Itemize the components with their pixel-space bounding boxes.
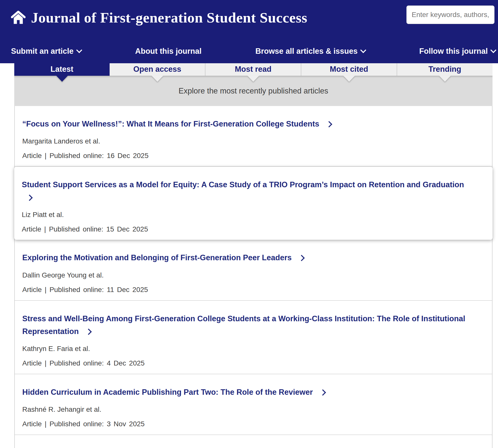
article-authors: Kathryn E. Faria et al. [22, 345, 484, 353]
nav-browse-articles[interactable]: Browse all articles & issues [256, 47, 365, 56]
article-row: Hidden Curriculum in Academic Publishing… [15, 374, 492, 435]
article-row: “Focus on Your Wellness!”: What It Means… [15, 106, 492, 167]
tab-open-access[interactable]: Open access [110, 63, 205, 76]
chevron-down-icon [490, 47, 496, 53]
chevron-down-icon [76, 47, 82, 53]
chevron-down-icon [360, 47, 366, 53]
content-shell: Latest Open access Most read Most cited … [14, 63, 492, 448]
chevron-right-icon [326, 121, 332, 127]
tab-latest[interactable]: Latest [14, 63, 110, 76]
chevron-right-icon [298, 255, 305, 261]
articles-panel: “Focus on Your Wellness!”: What It Means… [14, 106, 492, 448]
site-header: Journal of First-generation Student Succ… [0, 0, 498, 63]
main-nav: Submit an article About this journal Bro… [0, 44, 498, 59]
article-authors: Liz Piatt et al. [22, 211, 485, 219]
home-link[interactable] [11, 11, 26, 24]
chevron-right-icon [26, 195, 33, 201]
nav-follow-journal-label: Follow this journal [419, 47, 488, 56]
article-title: Hidden Curriculum in Academic Publishing… [22, 388, 313, 396]
nav-follow-journal[interactable]: Follow this journal [419, 47, 495, 56]
article-meta: Article | Published online: 3 Nov 2025 [22, 420, 484, 428]
home-icon [11, 11, 26, 24]
article-meta: Article | Published online: 4 Dec 2025 [22, 359, 484, 367]
tab-most-read[interactable]: Most read [205, 63, 301, 76]
nav-submit-article-label: Submit an article [11, 47, 74, 56]
chevron-right-icon [86, 328, 92, 335]
article-title: Student Support Services as a Model for … [22, 180, 464, 189]
article-title: Exploring the Motivation and Belonging o… [22, 253, 292, 262]
journal-title: Journal of First-generation Student Succ… [31, 9, 307, 26]
nav-about-journal[interactable]: About this journal [135, 47, 201, 56]
tab-trending[interactable]: Trending [397, 63, 492, 76]
article-title-link[interactable]: Student Support Services as a Model for … [22, 178, 472, 204]
tab-most-cited[interactable]: Most cited [301, 63, 397, 76]
article-authors: Rashné R. Jehangir et al. [22, 406, 484, 414]
article-title-link[interactable]: Stress and Well-Being Among First-Genera… [22, 312, 473, 338]
article-meta: Article | Published online: 16 Dec 2025 [22, 152, 484, 160]
article-authors: Dallin George Young et al. [22, 271, 484, 279]
article-row-highlighted: Student Support Services as a Model for … [14, 167, 492, 240]
article-title-link[interactable]: Exploring the Motivation and Belonging o… [22, 251, 473, 264]
article-title-link[interactable]: A Scoping Review of First-Generation Und… [22, 446, 473, 448]
search-input[interactable] [406, 6, 494, 24]
article-row: Exploring the Motivation and Belonging o… [15, 240, 492, 300]
article-title: “Focus on Your Wellness!”: What It Means… [22, 120, 319, 128]
tab-description-text: Explore the most recently published arti… [179, 86, 328, 96]
article-row: Stress and Well-Being Among First-Genera… [15, 301, 492, 374]
nav-browse-articles-label: Browse all articles & issues [256, 47, 358, 56]
nav-about-journal-label: About this journal [135, 47, 201, 56]
nav-submit-article[interactable]: Submit an article [11, 47, 81, 56]
chevron-right-icon [320, 389, 326, 396]
article-title-link[interactable]: Hidden Curriculum in Academic Publishing… [22, 386, 473, 398]
article-title-link[interactable]: “Focus on Your Wellness!”: What It Means… [22, 118, 473, 130]
article-row: A Scoping Review of First-Generation Und… [15, 435, 492, 448]
article-authors: Margarita Landeros et al. [22, 137, 484, 145]
article-list-tabs: Latest Open access Most read Most cited … [14, 63, 492, 76]
article-meta: Article | Published online: 11 Dec 2025 [22, 286, 484, 294]
article-meta: Article | Published online: 15 Dec 2025 [22, 225, 485, 233]
